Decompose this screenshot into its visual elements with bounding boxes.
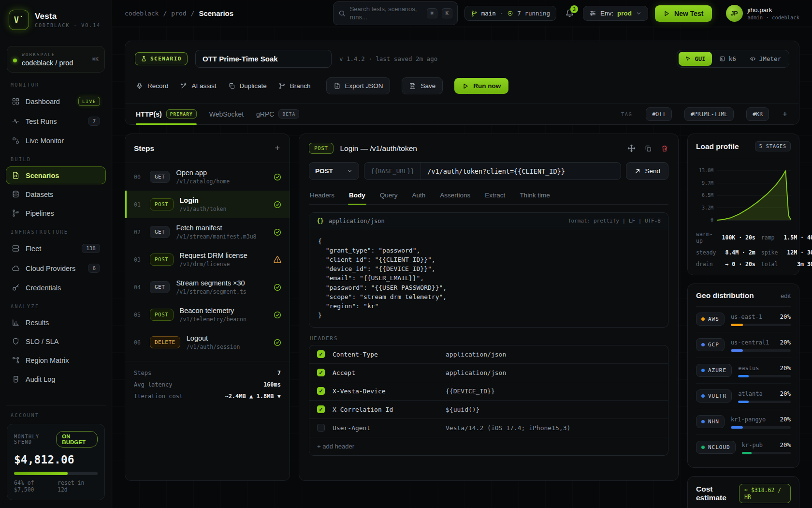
sidebar-item-region-matrix[interactable]: Region Matrix (6, 351, 106, 369)
geo-bar-track (731, 349, 791, 352)
mode-k6-button[interactable]: k6 (713, 52, 742, 66)
tab-websocket[interactable]: WebSocket (209, 104, 244, 124)
export-json-label: Export JSON (345, 82, 383, 90)
header-value[interactable]: {{DEVICE_ID}} (446, 388, 495, 395)
step-row[interactable]: 05 POST Beacon telemetry /v1/telemetry/b… (125, 301, 290, 329)
request-editor-panel: POST Login — /v1/auth/token POST (299, 134, 679, 481)
ai-assist-button[interactable]: AI assist (180, 82, 217, 90)
tab-grpc[interactable]: gRPC BETA (256, 104, 299, 124)
add-tag-button[interactable]: + (782, 109, 788, 119)
copy-icon[interactable] (644, 145, 652, 152)
step-row[interactable]: 02 GET Fetch manifest /v1/stream/manifes… (125, 218, 290, 246)
tag-prime-time[interactable]: #PRIME-TIME (684, 107, 734, 121)
env-selector[interactable]: Env: prod (583, 6, 648, 21)
header-value[interactable]: application/json (446, 351, 506, 358)
region-name: kr1-pangyo (731, 416, 766, 423)
send-label: Send (645, 167, 660, 175)
header-name[interactable]: Accept (333, 369, 438, 376)
sidebar-item-scenarios[interactable]: Scenarios (6, 166, 106, 184)
user-menu[interactable]: JP jiho.park admin · codeblack (726, 5, 799, 22)
header-checkbox[interactable] (317, 387, 325, 395)
header-checkbox[interactable] (317, 405, 325, 413)
header-checkbox[interactable] (317, 424, 325, 432)
tab-http[interactable]: HTTP(s) PRIMARY (136, 104, 197, 124)
beta-badge: BETA (278, 109, 299, 119)
header-name[interactable]: X-Vesta-Device (333, 388, 438, 395)
json-body-editor[interactable]: { "grant_type": "password", "client_id":… (309, 229, 668, 327)
header-checkbox[interactable] (317, 350, 325, 358)
header-name[interactable]: User-Agent (333, 424, 438, 432)
sidebar-item-fleet[interactable]: Fleet 138 (6, 239, 106, 258)
workspace-switcher[interactable]: WORKSPACE codeblack / prod ⌘K (7, 46, 105, 73)
sidebar-item-results[interactable]: Results (6, 314, 106, 331)
nav-section-monitor: MONITOR (6, 75, 106, 91)
monthly-spend-card[interactable]: MONTHLY SPEND ON BUDGET $4,812.06 64% of… (7, 424, 105, 500)
add-header-button[interactable]: + add header (309, 437, 668, 455)
duplicate-button[interactable]: Duplicate (228, 82, 267, 90)
tab-assertions[interactable]: Assertions (439, 187, 471, 204)
header-value[interactable]: application/json (446, 369, 506, 376)
tab-think-time[interactable]: Think time (519, 187, 551, 204)
scenario-title-input[interactable]: OTT Prime-Time Soak (195, 50, 332, 68)
sidebar-item-audit-log[interactable]: Audit Log (6, 370, 106, 388)
load-profile-title: Load profile (696, 142, 739, 151)
tab-auth[interactable]: Auth (411, 187, 427, 204)
tab-body[interactable]: Body (348, 187, 366, 204)
step-row[interactable]: 03 POST Request DRM license /v1/drm/lice… (125, 246, 290, 273)
sidebar-item-live-monitor[interactable]: Live Monitor (6, 132, 106, 149)
breadcrumb-separator: / (191, 10, 195, 17)
step-row[interactable]: 04 GET Stream segments ×30 /v1/stream/se… (125, 273, 290, 301)
header-value[interactable]: Vesta/14.2 (iOS 17.4; iPhone15,3) (446, 424, 570, 432)
export-json-button[interactable]: Export JSON (326, 77, 391, 94)
breadcrumb-workspace[interactable]: codeblack (125, 10, 159, 17)
record-button[interactable]: Record (136, 82, 169, 90)
send-button[interactable]: Send (626, 162, 668, 180)
header-value[interactable]: ${uuid()} (446, 406, 479, 413)
tag-ott[interactable]: #OTT (646, 107, 672, 121)
header-checkbox[interactable] (317, 369, 325, 376)
trash-icon[interactable] (661, 145, 668, 152)
step-row[interactable]: 00 GET Open app /v1/catalog/home (125, 163, 290, 191)
step-number: 05 (134, 312, 144, 318)
check-circle-icon (273, 228, 282, 237)
cloud-icon (12, 264, 20, 272)
global-search-input[interactable]: Search tests, scenarios, runs... ⌘ K (333, 1, 458, 25)
header-name[interactable]: Content-Type (333, 351, 438, 358)
tab-extract[interactable]: Extract (484, 187, 506, 204)
sidebar-item-label: Datasets (26, 191, 53, 198)
sidebar-item-cloud-providers[interactable]: Cloud Providers 6 (6, 259, 106, 278)
step-path: /v1/auth/session (187, 344, 267, 350)
add-step-button[interactable]: + (274, 142, 281, 154)
notifications-button[interactable]: 3 (563, 7, 576, 20)
move-icon[interactable] (627, 144, 636, 152)
url-input[interactable]: {{BASE_URL}} /v1/auth/token?client={{CLI… (364, 162, 621, 180)
sidebar-item-test-runs[interactable]: Test Runs 7 (6, 112, 106, 131)
sidebar-item-credentials[interactable]: Credentials (6, 279, 106, 297)
sidebar-item-datasets[interactable]: Datasets (6, 185, 106, 203)
tab-headers[interactable]: Headers (309, 187, 335, 204)
step-row-selected[interactable]: 01 POST Login /v1/auth/token (125, 191, 290, 218)
geo-edit-link[interactable]: edit (781, 292, 791, 299)
tag-label: TAG (621, 111, 632, 117)
sidebar-item-pipelines[interactable]: Pipelines (6, 204, 106, 222)
summary-value: ~2.4MB ▲ 1.8MB ▼ (225, 393, 281, 400)
geo-bar-track (731, 324, 791, 326)
breadcrumb-env[interactable]: prod (171, 10, 186, 17)
method-select[interactable]: POST (309, 162, 359, 180)
branch-status-pill[interactable]: main · 7 running (464, 6, 556, 21)
run-now-button[interactable]: Run now (454, 78, 508, 94)
mode-gui-button[interactable]: GUI (679, 52, 712, 66)
step-row[interactable]: 06 DELETE Logout /v1/auth/session (125, 329, 290, 356)
tab-query[interactable]: Query (379, 187, 399, 204)
mode-jmeter-button[interactable]: JMeter (743, 52, 787, 66)
check-circle-icon (273, 200, 282, 209)
geo-bar-fill (731, 426, 743, 429)
header-name[interactable]: X-Correlation-Id (333, 406, 438, 413)
tag-kr[interactable]: #KR (746, 107, 769, 121)
new-test-button[interactable]: New Test (655, 5, 711, 22)
save-button[interactable]: Save (402, 77, 443, 94)
sidebar-item-dashboard[interactable]: Dashboard LIVE (6, 92, 106, 111)
sidebar-item-slo-sla[interactable]: SLO / SLA (6, 332, 106, 350)
branch-button[interactable]: Branch (278, 82, 311, 90)
region-percent: 20% (780, 441, 791, 448)
